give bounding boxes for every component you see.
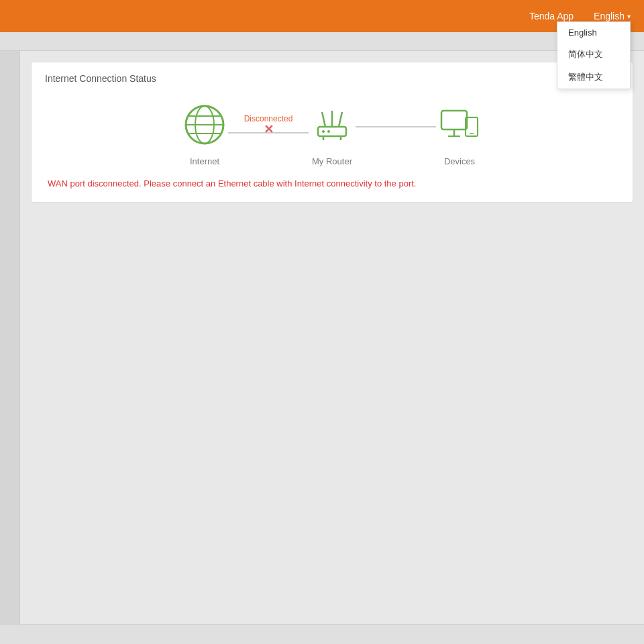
disconnected-x-icon: ✕ xyxy=(264,122,274,137)
sub-header-bar xyxy=(0,32,644,51)
globe-icon xyxy=(181,101,228,151)
language-selector[interactable]: English ▾ English 简体中文 繁體中文 xyxy=(594,11,631,21)
devices-label: Devices xyxy=(444,156,475,166)
language-label: English xyxy=(594,11,625,21)
chevron-down-icon: ▾ xyxy=(627,13,631,20)
svg-line-6 xyxy=(322,112,325,127)
tenda-app-link[interactable]: Tenda App xyxy=(529,11,574,21)
sidebar xyxy=(0,51,20,624)
svg-point-9 xyxy=(322,130,325,133)
status-diagram: Internet Disconnected ✕ xyxy=(45,95,619,173)
error-message: WAN port disconnected. Please connect an… xyxy=(45,178,619,189)
router-node: My Router xyxy=(309,101,356,166)
router-label: My Router xyxy=(312,156,352,166)
language-dropdown: English 简体中文 繁體中文 xyxy=(557,21,631,89)
lang-option-traditional-chinese[interactable]: 繁體中文 xyxy=(557,66,630,89)
router-icon xyxy=(309,101,356,151)
main-wrapper: Internet Connection Status xyxy=(0,51,644,624)
status-card-title: Internet Connection Status xyxy=(45,73,619,84)
svg-point-10 xyxy=(327,130,330,133)
status-card: Internet Connection Status xyxy=(31,62,633,203)
devices-node: Devices xyxy=(436,101,483,166)
svg-rect-13 xyxy=(441,111,467,129)
main-content: Internet Connection Status xyxy=(20,51,644,624)
internet-label: Internet xyxy=(190,156,219,166)
lang-option-english[interactable]: English xyxy=(557,22,630,43)
devices-icon xyxy=(436,101,483,151)
internet-node: Internet xyxy=(181,101,228,166)
connection-status-connector: Disconnected ✕ xyxy=(228,114,309,140)
footer-bar xyxy=(0,624,644,644)
app-header: Tenda App English ▾ English 简体中文 繁體中文 xyxy=(0,0,644,32)
lang-option-simplified-chinese[interactable]: 简体中文 xyxy=(557,43,630,66)
svg-line-8 xyxy=(339,112,342,127)
